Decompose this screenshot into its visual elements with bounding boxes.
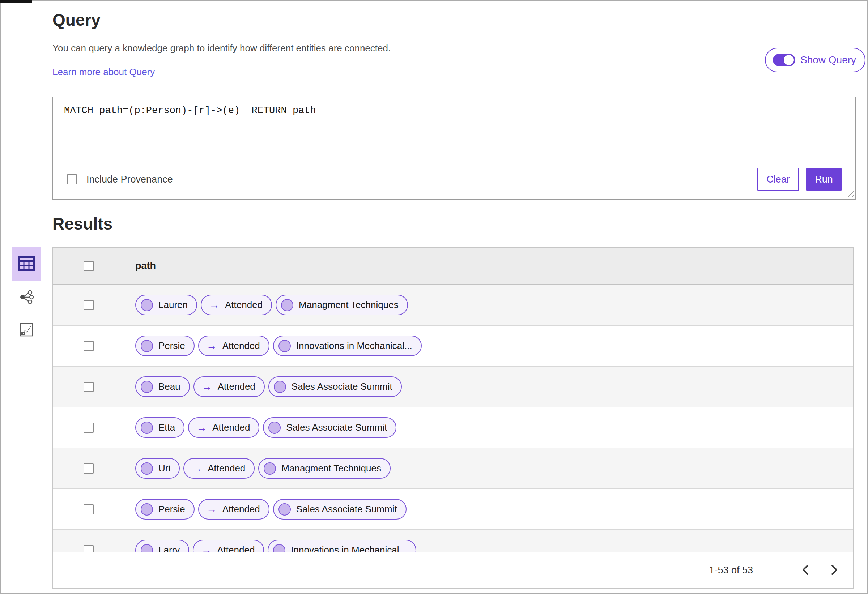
row-checkbox-cell — [53, 326, 124, 366]
edge-pill[interactable]: →Attended — [193, 376, 265, 397]
pill-label: Uri — [158, 463, 170, 474]
next-page-button[interactable] — [826, 560, 843, 580]
query-description: You can query a knowledge graph to ident… — [52, 43, 391, 54]
pill-label: Attended — [208, 463, 245, 474]
pill-label: Innovations in Mechanical... — [291, 544, 407, 552]
learn-more-link[interactable]: Learn more about Query — [52, 66, 155, 78]
row-checkbox[interactable] — [84, 341, 94, 351]
node-circle-icon — [141, 544, 153, 552]
select-all-checkbox[interactable] — [84, 261, 94, 271]
row-checkbox[interactable] — [84, 423, 94, 433]
edge-pill[interactable]: →Attended — [198, 499, 269, 520]
edge-arrow-icon: → — [207, 340, 217, 351]
node-circle-icon — [279, 503, 291, 516]
table-body: Lauren→AttendedManagment TechniquesPersi… — [53, 285, 853, 552]
node-pill[interactable]: Innovations in Mechanical... — [273, 336, 422, 356]
query-editor[interactable]: MATCH path=(p:Person)-[r]->(e) RETURN pa… — [53, 97, 855, 159]
node-circle-icon — [269, 422, 280, 434]
table-view-button[interactable] — [12, 247, 41, 281]
node-circle-icon — [273, 544, 285, 552]
edge-pill[interactable]: →Attended — [193, 540, 264, 552]
header-checkbox-cell — [53, 248, 124, 284]
node-circle-icon — [274, 381, 286, 393]
row-checkbox[interactable] — [84, 545, 94, 552]
table-row: Etta→AttendedSales Associate Summit — [53, 407, 853, 448]
node-pill[interactable]: Managment Techniques — [258, 458, 391, 479]
row-checkbox[interactable] — [84, 463, 94, 474]
node-pill[interactable]: Sales Associate Summit — [263, 417, 396, 438]
edge-pill[interactable]: →Attended — [198, 336, 269, 356]
row-checkbox[interactable] — [84, 382, 94, 392]
table-row: Persie→AttendedSales Associate Summit — [53, 489, 853, 530]
node-pill[interactable]: Sales Associate Summit — [269, 376, 402, 397]
page-range-label: 1-53 of 53 — [709, 565, 753, 576]
node-pill[interactable]: Managment Techniques — [276, 295, 408, 315]
header-path-cell: path — [124, 248, 853, 284]
pill-label: Persie — [158, 504, 185, 515]
pill-label: Managment Techniques — [281, 463, 381, 474]
previous-page-button[interactable] — [797, 560, 814, 580]
show-query-switch[interactable] — [773, 54, 795, 66]
table-row: Persie→AttendedInnovations in Mechanical… — [53, 326, 853, 367]
row-checkbox[interactable] — [84, 300, 94, 310]
node-pill[interactable]: Etta — [135, 417, 185, 438]
node-circle-icon — [279, 340, 291, 352]
pill-label: Managment Techniques — [299, 299, 399, 311]
node-pill[interactable]: Sales Associate Summit — [273, 499, 406, 520]
edge-arrow-icon: → — [192, 463, 202, 474]
edge-arrow-icon: → — [201, 545, 211, 552]
node-pill[interactable]: Innovations in Mechanical... — [268, 540, 416, 552]
query-footer: Include Provenance Clear Run — [53, 159, 855, 199]
pill-label: Persie — [158, 340, 185, 351]
chevron-right-icon — [830, 564, 838, 577]
row-checkbox-cell — [53, 530, 124, 552]
pagination-bar: 1-53 of 53 — [53, 552, 853, 588]
pill-label: Innovations in Mechanical... — [296, 340, 412, 351]
row-path-cell: Lauren→AttendedManagment Techniques — [124, 285, 853, 325]
results-table: path Lauren→AttendedManagment Techniques… — [52, 247, 853, 588]
include-provenance-label: Include Provenance — [86, 174, 173, 185]
node-pill[interactable]: Larry — [135, 540, 189, 552]
query-heading: Query — [52, 10, 100, 29]
query-box: MATCH path=(p:Person)-[r]->(e) RETURN pa… — [52, 97, 856, 200]
node-circle-icon — [141, 299, 153, 311]
pill-label: Attended — [217, 544, 255, 552]
chart-view-button[interactable] — [12, 314, 41, 346]
pill-label: Sales Associate Summit — [296, 504, 397, 515]
node-circle-icon — [141, 463, 153, 475]
run-button[interactable]: Run — [806, 168, 841, 191]
include-provenance-checkbox[interactable] — [67, 174, 77, 184]
row-path-cell: Persie→AttendedInnovations in Mechanical… — [124, 326, 853, 366]
node-circle-icon — [141, 422, 153, 434]
top-left-notch — [0, 0, 32, 3]
node-circle-icon — [264, 463, 276, 475]
graph-view-button[interactable] — [12, 281, 41, 314]
row-path-cell: Uri→AttendedManagment Techniques — [124, 448, 853, 488]
path-column-header: path — [135, 260, 156, 271]
edge-pill[interactable]: →Attended — [183, 458, 255, 479]
node-pill[interactable]: Uri — [135, 458, 180, 479]
node-pill[interactable]: Lauren — [135, 295, 197, 315]
edge-arrow-icon: → — [196, 422, 207, 433]
pill-label: Attended — [223, 340, 260, 351]
edge-pill[interactable]: →Attended — [188, 417, 259, 438]
edge-arrow-icon: → — [209, 300, 220, 310]
node-circle-icon — [141, 381, 153, 393]
table-row: Beau→AttendedSales Associate Summit — [53, 367, 853, 407]
row-path-cell: Etta→AttendedSales Associate Summit — [124, 407, 853, 448]
show-query-toggle[interactable]: Show Query — [765, 48, 865, 72]
row-path-cell: Persie→AttendedSales Associate Summit — [124, 489, 853, 529]
results-heading: Results — [52, 214, 112, 234]
pill-label: Larry — [158, 544, 180, 552]
node-pill[interactable]: Persie — [135, 499, 195, 520]
clear-button[interactable]: Clear — [757, 168, 799, 191]
table-row: Lauren→AttendedManagment Techniques — [53, 285, 853, 326]
edge-pill[interactable]: →Attended — [201, 295, 272, 315]
node-pill[interactable]: Beau — [135, 376, 190, 397]
row-checkbox-cell — [53, 285, 124, 325]
row-checkbox[interactable] — [84, 504, 94, 514]
node-pill[interactable]: Persie — [135, 336, 195, 356]
edge-arrow-icon: → — [207, 504, 217, 514]
graph-network-icon — [19, 290, 34, 305]
row-path-cell: Beau→AttendedSales Associate Summit — [124, 367, 853, 407]
